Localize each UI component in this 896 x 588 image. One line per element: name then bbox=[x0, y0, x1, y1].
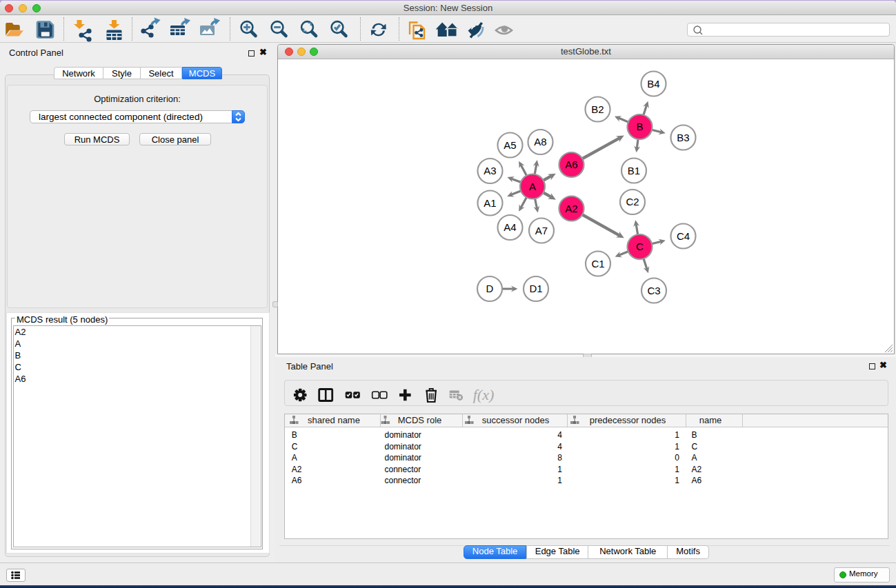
svg-text:A6: A6 bbox=[565, 159, 577, 170]
svg-text:B3: B3 bbox=[677, 131, 689, 143]
svg-text:C4: C4 bbox=[677, 230, 690, 241]
svg-text:A2: A2 bbox=[565, 202, 577, 214]
svg-text:C: C bbox=[636, 241, 644, 252]
svg-text:A5: A5 bbox=[504, 139, 516, 150]
svg-text:C2: C2 bbox=[626, 196, 639, 207]
svg-text:A3: A3 bbox=[484, 165, 496, 176]
svg-text:B2: B2 bbox=[591, 103, 604, 114]
svg-text:D: D bbox=[486, 283, 494, 294]
svg-text:B4: B4 bbox=[647, 77, 659, 89]
svg-text:B: B bbox=[636, 121, 643, 132]
svg-text:C3: C3 bbox=[647, 284, 660, 296]
svg-text:D1: D1 bbox=[529, 283, 542, 294]
svg-text:A8: A8 bbox=[534, 136, 546, 148]
svg-text:A4: A4 bbox=[504, 221, 516, 233]
svg-text:A1: A1 bbox=[484, 196, 496, 208]
svg-text:C1: C1 bbox=[591, 257, 604, 269]
svg-text:A: A bbox=[529, 180, 536, 192]
svg-text:B1: B1 bbox=[628, 164, 640, 176]
svg-text:A7: A7 bbox=[535, 224, 548, 236]
